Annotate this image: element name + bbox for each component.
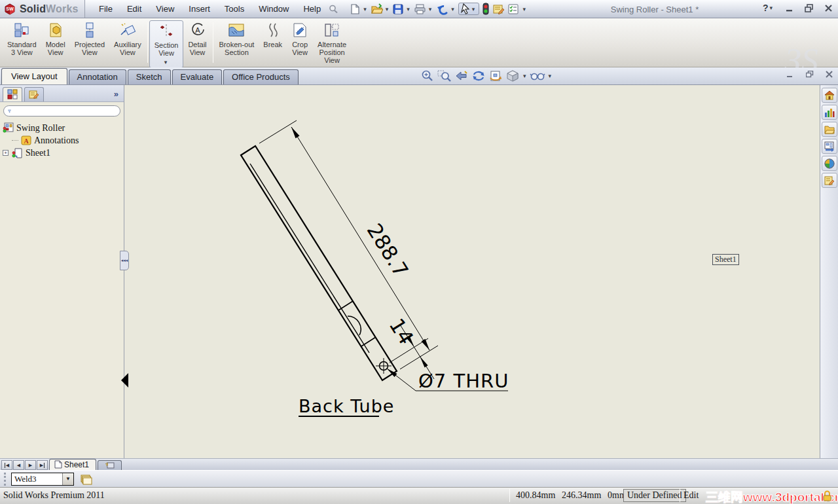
previous-sheet-button[interactable]: ◀ [13,460,24,470]
tube-outline [241,146,397,380]
layer-dropdown-button[interactable]: ▼ [62,473,73,485]
rotate-view-icon[interactable] [471,69,486,82]
help-button[interactable]: ? [763,3,769,13]
tab-evaluate[interactable]: Evaluate [172,69,223,84]
projected-view-button[interactable]: Projected View [70,20,109,58]
dropdown-caret[interactable]: ▾ [363,6,367,12]
dropdown-caret[interactable]: ▾ [451,6,454,12]
design-library-button[interactable] [822,105,837,120]
section-view-button[interactable]: Section View ▾ [149,20,184,68]
model-view-button[interactable]: Model View [41,20,70,58]
sheet-format-tag[interactable]: Sheet1 [712,254,739,265]
tree-item-sheet1[interactable]: + Sheet1 [3,147,124,159]
toolbar-grip[interactable] [4,473,6,486]
hide-show-items-icon[interactable] [530,69,545,82]
tree-expander[interactable]: + [3,150,9,156]
menu-view[interactable]: View [149,1,181,16]
new-document-button[interactable] [348,3,362,16]
restore-button[interactable] [805,4,814,12]
view-label-text[interactable]: Back Tube [299,396,394,416]
dim-offset-text[interactable]: 14 [385,314,418,349]
zoom-area-icon[interactable] [437,69,452,82]
menu-insert[interactable]: Insert [181,1,217,16]
dim-length-line [291,127,429,350]
dropdown-caret[interactable]: ▾ [407,6,410,12]
dim-length-ext-top [259,120,297,143]
sheet1-tab[interactable]: Sheet1 [49,459,96,470]
alternate-position-view-button[interactable]: Alternate Position View [313,20,351,65]
dropdown-caret[interactable]: ▾ [386,6,389,12]
crop-view-button[interactable]: Crop View [287,20,313,58]
brand-works: Works [46,3,79,14]
layer-properties-button[interactable] [79,473,92,485]
appearances-button[interactable] [822,156,837,171]
menu-window[interactable]: Window [251,1,296,16]
panel-splitter-handle[interactable]: ◂◂◂ [120,251,129,270]
sheet-icon [12,148,23,158]
menu-file[interactable]: File [92,1,120,16]
previous-view-icon[interactable] [454,69,469,82]
options-button[interactable] [491,3,506,16]
save-button[interactable] [391,3,405,16]
panel-expand-chevron[interactable]: » [114,89,121,99]
first-sheet-button[interactable]: ◀ [1,460,12,470]
propertymanager-tab[interactable] [24,87,44,101]
custom-properties-button[interactable] [822,173,837,188]
print-button[interactable] [412,3,428,16]
select-tool-button[interactable]: ▾ [458,3,480,15]
dropdown-caret[interactable]: ▾ [429,6,432,12]
close-button[interactable] [824,4,833,12]
undo-button[interactable] [434,3,450,16]
doc-close-button[interactable] [826,71,833,78]
doc-minimize-button[interactable] [787,71,794,78]
tree-item-root[interactable]: Swing Roller [3,122,124,134]
tab-sketch[interactable]: Sketch [128,69,171,84]
feature-filter-input[interactable] [14,107,116,116]
rebuild-button[interactable] [481,2,491,16]
tab-view-layout[interactable]: View Layout [1,68,67,84]
tab-annotation[interactable]: Annotation [69,69,126,84]
dropdown-caret[interactable]: ▾ [522,6,526,12]
dropdown-caret[interactable]: ▾ [549,73,552,79]
menu-help[interactable]: Help [296,1,328,16]
view-settings-icon[interactable] [505,69,520,82]
broken-out-section-button[interactable]: Broken-out Section [215,20,259,58]
print-icon [414,3,426,15]
graphics-area[interactable]: 288.7 14 Ø7 THRU Back Tube Sheet1 [125,85,820,458]
3d-drawing-view-icon[interactable] [488,69,503,82]
zoom-fit-icon[interactable] [420,69,435,82]
last-sheet-button[interactable]: ▶ [37,460,48,470]
file-explorer-button[interactable] [822,122,837,137]
hole-note-text[interactable]: Ø7 THRU [418,370,509,392]
auxiliary-view-button[interactable]: Auxiliary View [109,20,146,58]
svg-text:A: A [24,137,29,145]
open-button[interactable] [369,3,384,16]
brand-solid: Solid [20,3,46,14]
drawing-sheet: 288.7 14 Ø7 THRU Back Tube [125,85,820,458]
menu-tools[interactable]: Tools [217,1,251,16]
watermark-lock-icon [822,490,832,501]
layer-combobox[interactable]: Weld3 ▼ [11,473,74,486]
menu-edit[interactable]: Edit [120,1,149,16]
detail-view-button[interactable]: A Detail View [183,20,211,58]
standard-3-view-button[interactable]: Standard 3 View [3,20,41,58]
site-watermark: 三维网www.3dportal.cn [706,489,838,504]
resources-home-button[interactable] [822,88,837,103]
minimize-button[interactable] [786,4,794,12]
next-sheet-button[interactable]: ▶ [25,460,36,470]
view-palette-button[interactable] [822,139,837,154]
doc-restore-button[interactable] [806,71,814,78]
dropdown-caret[interactable]: ▾ [769,5,773,11]
tree-item-annotations[interactable]: A Annotations [3,134,124,147]
featuremanager-tree-tab[interactable] [3,87,22,101]
add-sheet-tab[interactable] [98,460,122,470]
dim-length-text[interactable]: 288.7 [363,219,414,281]
dropdown-caret[interactable]: ▾ [472,6,475,12]
dropdown-caret[interactable]: ▾ [164,58,168,66]
dropdown-caret[interactable]: ▾ [523,73,526,79]
break-button[interactable]: Break [259,20,287,50]
task-list-button[interactable] [506,3,521,16]
feature-filter[interactable] [3,105,120,117]
tab-office-products[interactable]: Office Products [223,69,299,84]
search-icon[interactable] [328,4,338,14]
